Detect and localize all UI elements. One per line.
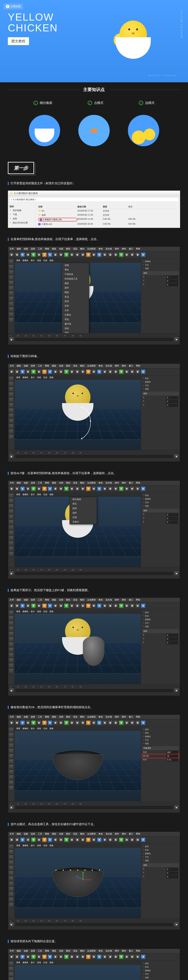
menu-item[interactable]: 选择 [31,832,35,835]
menu-item[interactable]: 雕刻 [80,364,84,367]
object-tree-item[interactable]: 摄像机 [142,618,179,621]
tool-button[interactable] [9,369,14,374]
mode-button[interactable] [9,552,14,556]
tool-button[interactable] [58,253,63,257]
menu-item[interactable]: 网格 [45,481,49,484]
tool-button[interactable] [130,487,134,491]
menu-item[interactable]: 模拟 [66,950,70,952]
menu-item[interactable]: 动画 [59,247,63,250]
tool-button[interactable] [64,603,69,608]
mode-button[interactable] [9,663,14,668]
play-button[interactable]: ▶ [9,571,14,576]
menu-item[interactable]: 网格 [45,715,49,718]
tool-button[interactable] [58,603,63,608]
tool-button[interactable] [31,721,36,725]
tool-button[interactable] [81,955,85,959]
tool-button[interactable] [130,837,134,842]
mode-button[interactable] [9,530,14,535]
dropdown-item[interactable]: 平滑样条 [62,272,89,277]
viewport-menu-item[interactable]: 选项 [37,610,41,613]
menu-item[interactable]: 插件 [115,364,119,367]
sidebar-item[interactable]: 我的电脑 [9,208,34,212]
viewport-menu-item[interactable]: 过滤 [43,844,47,847]
menu-item[interactable]: 动画 [59,950,63,952]
tool-button[interactable] [92,487,96,491]
menu-item[interactable]: 渲染 [73,481,77,484]
tool-button[interactable] [15,487,19,491]
menu-item[interactable]: 渲染 [73,832,77,835]
viewport[interactable]: 查看摄像机显示选项过滤面板 [15,843,141,918]
viewport-menu-item[interactable]: 摄像机 [22,961,28,964]
menu-item[interactable]: 插件 [115,832,119,835]
menu-item[interactable]: 渲染 [73,364,77,367]
mode-button[interactable] [9,520,14,525]
tool-button[interactable] [141,955,145,959]
viewport-menu-item[interactable]: 过滤 [43,493,47,496]
viewport-menu-item[interactable]: 摄像机 [22,493,28,496]
object-tree-item[interactable]: 旋转 [142,845,179,848]
tool-button[interactable] [20,369,25,374]
mode-button[interactable] [9,743,14,748]
menu-item[interactable]: 脚本 [122,598,126,601]
menu-item[interactable]: 雕刻 [80,247,84,250]
mode-button[interactable] [9,610,14,615]
menu-item[interactable]: 创建 [24,715,28,718]
viewport-menu-item[interactable]: 查看 [16,493,20,496]
object-tree-item[interactable]: 天空 [142,384,179,387]
menu-item[interactable]: 窗口 [129,598,133,601]
menu-item[interactable]: 工具 [38,247,42,250]
tool-button[interactable] [124,837,129,842]
dropdown-item[interactable]: 旋转 [70,506,97,511]
dropdown-item[interactable]: 样条弧线工具 [62,277,89,281]
menu-item[interactable]: 创建 [24,598,28,601]
menu-item[interactable]: 编辑 [17,247,21,250]
tool-button[interactable] [97,253,102,257]
tool-button[interactable] [58,369,63,374]
menu-item[interactable]: 选择 [31,481,35,484]
generator-dropdown[interactable]: 细分曲面挤压旋转放样扫描贝塞尔 [70,497,97,524]
stop-button[interactable]: ■ [174,571,179,576]
menu-item[interactable]: 帮助 [136,598,140,601]
mode-button[interactable] [9,392,14,397]
tool-button[interactable] [81,487,85,491]
tool-button[interactable] [15,837,19,842]
breadcrumb[interactable]: « 3.小黄鸡制作 图文教程 » [9,197,179,202]
tool-button[interactable] [70,369,74,374]
mode-button[interactable] [9,961,14,966]
dropdown-item[interactable]: 矩形 [62,299,89,304]
menu-item[interactable]: 角色 [98,364,103,367]
tool-button[interactable] [64,955,69,959]
sidebar-item[interactable]: 桌面 [9,216,34,221]
menu-item[interactable]: 窗口 [129,481,133,484]
menu-item[interactable]: 文件 [9,715,14,718]
mode-button[interactable] [9,881,14,886]
tool-button[interactable] [75,253,80,257]
tool-button[interactable] [124,253,129,257]
viewport-menu-item[interactable]: 摄像机 [22,610,28,613]
menu-item[interactable]: 脚本 [122,481,126,484]
object-tree-item[interactable]: 天空 [142,738,179,742]
mode-button[interactable] [9,312,14,317]
tool-button[interactable] [92,837,96,842]
tool-button[interactable] [103,837,107,842]
tool-button[interactable] [108,369,112,374]
play-button[interactable]: ▶ [9,454,14,459]
tool-button[interactable] [58,955,63,959]
viewport-menu-item[interactable]: 面板 [49,844,54,847]
tool-button[interactable] [130,253,134,257]
tool-button[interactable] [9,955,14,959]
tool-button[interactable] [9,837,14,842]
tool-button[interactable] [15,721,19,725]
tool-button[interactable] [9,721,14,725]
tool-button[interactable] [135,253,140,257]
menu-item[interactable]: 流水线 [106,715,112,718]
tool-button[interactable] [119,837,123,842]
mode-button[interactable] [9,855,14,860]
mode-button[interactable] [9,408,14,413]
tool-button[interactable] [92,721,96,725]
menu-item[interactable]: 脚本 [122,247,126,250]
menu-item[interactable]: 帮助 [136,481,140,484]
menu-item[interactable]: 动画 [59,832,63,835]
mode-button[interactable] [9,509,14,514]
viewport-menu-item[interactable]: 选项 [37,961,41,964]
